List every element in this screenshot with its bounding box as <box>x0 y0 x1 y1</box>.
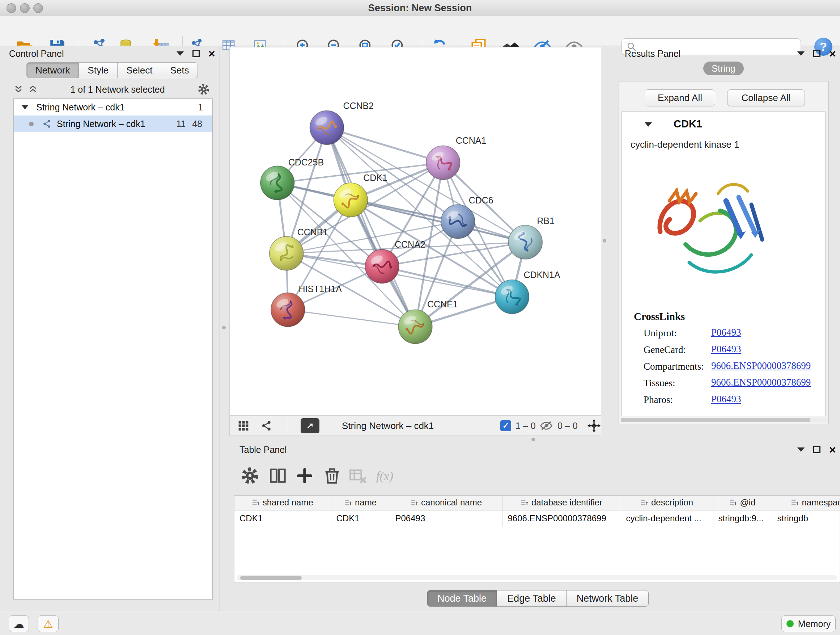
divider <box>626 134 821 134</box>
genecard-link[interactable]: P06493 <box>711 344 741 355</box>
gear-icon[interactable] <box>197 83 210 96</box>
warnings-button[interactable]: ⚠ <box>38 616 58 632</box>
network-icon <box>42 119 52 128</box>
node-label: CCNB2 <box>343 101 374 111</box>
column-header-id[interactable]: @id <box>713 496 772 510</box>
column-header-name[interactable]: name <box>331 496 390 510</box>
tab-node-table[interactable]: Node Table <box>427 590 497 607</box>
edge-CCNB2-CCNE1[interactable] <box>327 128 415 327</box>
tab-string[interactable]: String <box>703 62 744 75</box>
splitter-grip[interactable] <box>603 239 606 242</box>
float-panel-icon[interactable] <box>813 446 821 453</box>
network-canvas[interactable]: CCNB2CCNA1CDC25BCDK1CDC6RB1CCNB1CCNA2CDK… <box>229 47 601 416</box>
panel-menu-icon[interactable] <box>797 51 805 56</box>
network-view-title: String Network – cdk1 <box>342 420 434 432</box>
expand-all-icon[interactable] <box>28 85 38 94</box>
tab-sets[interactable]: Sets <box>161 62 198 78</box>
collection-disclosure-icon[interactable] <box>22 105 28 109</box>
node-CCNB1[interactable] <box>270 236 303 271</box>
tab-edge-table[interactable]: Edge Table <box>497 590 567 607</box>
panel-menu-icon[interactable] <box>177 51 184 56</box>
network-collection-row[interactable]: String Network – cdk1 1 <box>14 99 212 116</box>
title-bar: Session: New Session <box>0 0 840 16</box>
tissues-link[interactable]: 9606.ENSP00000378699 <box>711 377 811 388</box>
cloud-icon: ☁ <box>13 618 24 630</box>
close-panel-icon[interactable]: × <box>208 50 215 57</box>
crosslinks-heading: CrossLinks <box>634 310 685 323</box>
results-scrollbar-thumb[interactable] <box>621 418 810 422</box>
zoom-window-button[interactable] <box>33 3 43 13</box>
node-label: CDK1 <box>363 173 387 183</box>
column-header-database-identifier[interactable]: database identifier <box>502 496 621 510</box>
tab-select[interactable]: Select <box>118 62 161 78</box>
close-panel-icon[interactable]: × <box>829 446 836 453</box>
network-name: String Network – cdk1 <box>57 119 145 129</box>
delete-column-trash-icon[interactable] <box>323 466 341 485</box>
collapse-all-button[interactable]: Collapse All <box>727 89 805 106</box>
node-table: shared name name canonical name database… <box>234 496 840 527</box>
node-CCNE1[interactable] <box>398 310 432 344</box>
pharos-link[interactable]: P06493 <box>711 394 741 405</box>
protein-collapse-icon[interactable] <box>645 122 652 127</box>
column-header-namespace[interactable]: namespace <box>772 496 840 510</box>
compartments-link[interactable]: 9606.ENSP00000378699 <box>711 360 811 371</box>
sort-icon <box>791 499 798 506</box>
network-view-toolbar: String Network – cdk1 ✓ 1 – 0 0 – 0 <box>229 416 601 436</box>
birds-eye-view-button[interactable] <box>301 418 319 433</box>
node-CCNA2[interactable] <box>365 249 399 283</box>
column-header-shared-name[interactable]: shared name <box>234 496 331 510</box>
node-CDC6[interactable] <box>441 204 475 239</box>
edge-CCNB2-CCNA1[interactable] <box>327 128 443 163</box>
node-CCNB2[interactable] <box>310 111 344 145</box>
float-panel-icon[interactable] <box>193 50 200 57</box>
network-selection-status: 1 of 1 Network selected <box>38 84 197 95</box>
warning-icon: ⚠ <box>43 618 53 630</box>
close-window-button[interactable] <box>6 3 16 13</box>
results-scrollbar-track[interactable] <box>621 418 827 422</box>
node-label: CDKN1A <box>523 270 561 280</box>
node-HIST1H1A[interactable] <box>271 293 305 327</box>
node-CDC25B[interactable] <box>261 166 294 200</box>
splitter-grip[interactable] <box>222 326 226 329</box>
hidden-eye-icon[interactable] <box>539 421 553 431</box>
selected-checkbox-icon[interactable]: ✓ <box>500 420 511 431</box>
table-row[interactable]: CDK1 CDK1 P06493 9606.ENSP00000378699 cy… <box>234 510 840 527</box>
splitter-grip[interactable] <box>531 438 535 441</box>
table-hscrollbar-thumb[interactable] <box>240 576 302 580</box>
function-builder-icon-disabled: f(x) <box>376 469 393 483</box>
tab-network[interactable]: Network <box>27 62 79 78</box>
tab-style[interactable]: Style <box>79 62 118 78</box>
arrow-up-right-icon <box>305 421 315 431</box>
cloud-status-button[interactable]: ☁ <box>9 616 29 632</box>
close-panel-icon[interactable]: × <box>829 50 836 57</box>
table-hscrollbar-track[interactable] <box>237 575 837 580</box>
protein-name: CDK1 <box>674 118 702 130</box>
edge-HIST1H1A-CCNE1[interactable] <box>288 310 415 327</box>
node-CDKN1A[interactable] <box>495 280 529 314</box>
collapse-all-icon[interactable] <box>14 85 23 94</box>
crosshair-move-icon[interactable] <box>587 419 601 432</box>
column-header-canonical-name[interactable]: canonical name <box>390 496 502 510</box>
network-mode-icon[interactable] <box>261 420 272 432</box>
minimize-window-button[interactable] <box>20 3 30 13</box>
tab-network-table[interactable]: Network Table <box>567 590 649 607</box>
expand-all-button[interactable]: Expand All <box>645 89 715 106</box>
uniprot-link[interactable]: P06493 <box>711 327 741 338</box>
crosslink-label: Pharos: <box>644 394 673 405</box>
table-settings-gear-icon[interactable] <box>240 466 259 485</box>
protein-structure-image <box>635 156 787 308</box>
column-header-description[interactable]: description <box>621 496 713 510</box>
grid-mode-icon[interactable] <box>238 420 249 432</box>
panel-menu-icon[interactable] <box>797 448 805 452</box>
float-panel-icon[interactable] <box>813 50 821 57</box>
edge-CDK1-RB1[interactable] <box>351 200 525 242</box>
node-label: CCNA1 <box>456 135 486 146</box>
add-column-icon[interactable] <box>295 466 314 485</box>
node-CDK1[interactable] <box>333 183 368 217</box>
node-RB1[interactable] <box>508 225 542 259</box>
results-panel-title: Results Panel <box>625 49 681 59</box>
memory-button[interactable]: Memory <box>782 616 836 632</box>
show-columns-icon[interactable] <box>268 466 287 485</box>
node-CCNA1[interactable] <box>426 146 460 180</box>
network-row[interactable]: String Network – cdk1 11 48 <box>14 116 212 132</box>
